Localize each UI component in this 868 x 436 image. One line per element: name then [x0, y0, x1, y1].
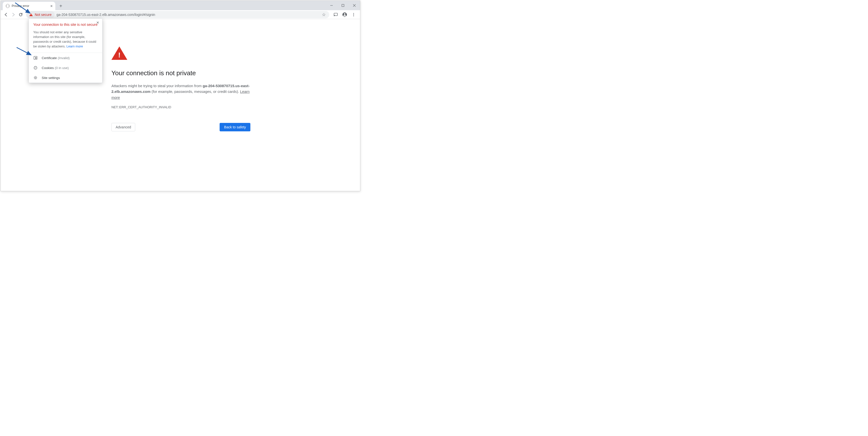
svg-line-27: [17, 48, 31, 55]
svg-point-10: [353, 16, 354, 16]
close-window-button[interactable]: [349, 1, 360, 9]
svg-line-22: [34, 77, 35, 77]
url-path: /login/#/signin: [134, 13, 155, 17]
error-actions: Advanced Back to safety: [112, 123, 250, 132]
error-heading: Your connection is not private: [112, 69, 254, 77]
svg-line-25: [36, 77, 37, 77]
error-body-prefix: Attackers might be trying to steal your …: [112, 84, 203, 88]
toolbar: Not secure ga-204-530870715.us-east-2.el…: [1, 10, 360, 19]
svg-line-24: [34, 79, 35, 79]
browser-window: Privacy error ✕ +: [0, 0, 360, 191]
url-text: ga-204-530870715.us-east-2.elb.amazonaws…: [57, 13, 321, 17]
security-label: Not secure: [35, 13, 52, 17]
advanced-button[interactable]: Advanced: [112, 123, 135, 132]
popup-body-text: You should not enter any sensitive infor…: [33, 30, 96, 48]
svg-point-17: [35, 77, 36, 79]
gear-icon: [33, 76, 38, 80]
url-host: ga-204-530870715.us-east-2.elb.amazonaws…: [57, 13, 134, 17]
bookmark-star-icon[interactable]: ☆: [321, 12, 327, 18]
popup-body: You should not enter any sensitive infor…: [29, 30, 102, 53]
error-body-suffix: (for example, passwords, messages, or cr…: [151, 89, 240, 94]
svg-line-26: [15, 3, 30, 13]
popup-learn-more-link[interactable]: Learn more: [66, 45, 83, 48]
popup-close-button[interactable]: ✕: [95, 20, 100, 25]
window-controls: [326, 1, 360, 10]
close-tab-button[interactable]: ✕: [50, 4, 53, 8]
svg-point-9: [353, 14, 354, 15]
cast-icon[interactable]: [332, 11, 340, 19]
svg-point-14: [35, 67, 35, 67]
svg-point-16: [35, 68, 35, 68]
svg-point-15: [36, 67, 36, 68]
globe-icon: [6, 4, 10, 8]
address-bar[interactable]: Not secure ga-204-530870715.us-east-2.el…: [26, 11, 329, 18]
minimize-button[interactable]: [326, 1, 337, 9]
tab-strip: Privacy error ✕ +: [1, 1, 360, 10]
certificate-status: (Invalid): [58, 56, 70, 60]
site-settings-label: Site settings: [42, 76, 60, 80]
certificate-label: Certificate: [42, 56, 57, 60]
certificate-row[interactable]: Certificate (Invalid): [29, 53, 102, 63]
back-button[interactable]: [2, 11, 10, 18]
error-code: NET::ERR_CERT_AUTHORITY_INVALID: [112, 105, 254, 109]
annotation-arrow-1: [14, 1, 33, 16]
cookie-icon: [33, 65, 38, 70]
svg-point-5: [334, 16, 335, 16]
svg-rect-1: [342, 4, 344, 7]
cookies-label: Cookies: [42, 66, 54, 70]
svg-point-13: [34, 66, 37, 69]
cookies-status: (0 in use): [55, 66, 69, 70]
maximize-button[interactable]: [337, 1, 349, 9]
error-body: Attackers might be trying to steal your …: [112, 83, 250, 100]
site-info-popup: ✕ Your connection to this site is not se…: [29, 18, 102, 83]
menu-button[interactable]: [350, 11, 358, 19]
back-to-safety-button[interactable]: Back to safety: [220, 123, 250, 132]
site-settings-row[interactable]: Site settings: [29, 73, 102, 83]
page-content: ✕ Your connection to this site is not se…: [1, 19, 360, 191]
toolbar-right: [331, 11, 359, 19]
svg-point-7: [344, 13, 345, 14]
popup-title: Your connection to this site is not secu…: [29, 19, 102, 30]
new-tab-button[interactable]: +: [57, 2, 64, 9]
svg-line-23: [36, 79, 37, 79]
cookies-row[interactable]: Cookies (0 in use): [29, 63, 102, 73]
warning-triangle-icon: [112, 47, 127, 60]
annotation-arrow-2: [15, 46, 35, 58]
svg-point-8: [353, 13, 354, 13]
profile-icon[interactable]: [341, 11, 349, 19]
svg-rect-12: [35, 57, 36, 59]
